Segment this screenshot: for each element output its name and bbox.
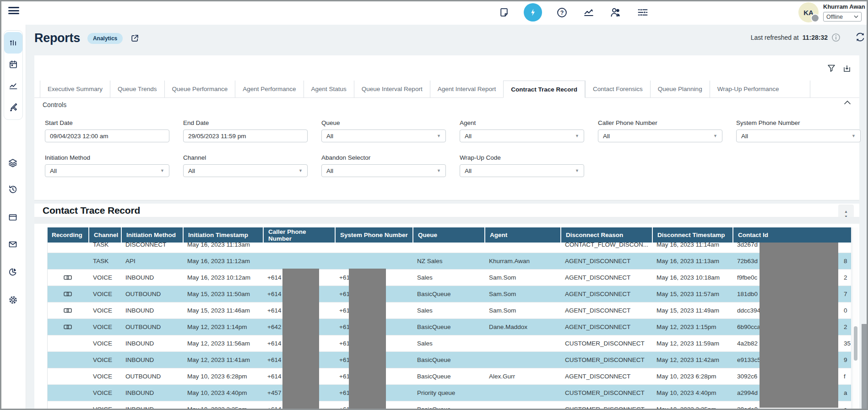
cell-channel: VOICE <box>88 286 121 302</box>
table-row[interactable]: TASKDISCONNECTMay 16, 2023 11:13amCONTAC… <box>47 243 852 253</box>
column-header-channel[interactable]: Channel <box>88 227 121 243</box>
pie-chart-icon <box>8 267 18 277</box>
download-icon[interactable] <box>843 65 851 73</box>
column-header-recording[interactable]: Recording <box>47 227 88 243</box>
tab-wrap-up-performance[interactable]: Wrap-Up Performance <box>710 81 787 97</box>
tab-queue-planning[interactable]: Queue Planning <box>650 81 710 97</box>
recording-icon[interactable] <box>64 291 72 297</box>
line-chart-icon <box>8 81 18 91</box>
sidebar-item-window[interactable] <box>4 207 22 227</box>
avatar[interactable]: KA <box>798 2 819 22</box>
cell-recording <box>47 335 88 351</box>
external-link-icon[interactable] <box>130 33 140 43</box>
sidebar-item-design[interactable] <box>4 97 22 118</box>
select-value: All <box>465 133 472 140</box>
cell-queue: Sales <box>412 270 484 286</box>
table-title: Contact Trace Record <box>43 205 140 216</box>
tab-contact-forensics[interactable]: Contact Forensics <box>585 81 650 97</box>
metrics-icon[interactable] <box>581 5 596 20</box>
initiation-method-select[interactable]: All▼ <box>45 164 169 177</box>
recording-icon[interactable] <box>64 308 72 313</box>
column-header-disconnect-timestamp[interactable]: Disconnect Timestamp <box>652 227 732 243</box>
info-icon[interactable] <box>831 33 841 42</box>
tab-agent-status[interactable]: Agent Status <box>304 81 354 97</box>
column-header-initiation-method[interactable]: Initiation Method <box>121 227 183 243</box>
table-row[interactable]: VOICEINBOUNDMay 16, 2023 10:12am+614+612… <box>47 270 852 286</box>
refresh-icon[interactable] <box>854 31 866 43</box>
table-row[interactable]: VOICEINBOUNDMay 10, 2023 4:40pm+457+612P… <box>47 385 852 401</box>
table-row[interactable]: TASKAPIMay 16, 2023 11:12amNZ SalesKhurr… <box>47 253 852 270</box>
table-scrollbar-thumb[interactable] <box>854 326 857 361</box>
channel-select[interactable]: All▼ <box>183 164 308 177</box>
contact-id-suffix: 2 <box>844 319 847 335</box>
page-scrollbar-thumb[interactable] <box>862 324 867 409</box>
cell-disconnect_reason: AGENT_DISCONNECT <box>560 286 652 302</box>
history-icon <box>8 184 18 194</box>
sidebar-item-line-chart[interactable] <box>4 75 22 97</box>
table-row[interactable]: VOICEOUTBOUNDMay 12, 2023 1:14pm+642+612… <box>47 319 852 335</box>
queue-select[interactable]: All▼ <box>321 129 446 142</box>
recording-icon[interactable] <box>64 275 72 281</box>
table-row[interactable]: VOICEINBOUNDMay 10, 2023 3:35pm+614+612B… <box>47 401 852 410</box>
field-label: System Phone Number <box>736 119 861 126</box>
cell-queue: BasicQueue <box>412 319 484 335</box>
table-row[interactable]: VOICEINBOUNDMay 12, 2023 11:56am+614+612… <box>47 335 852 352</box>
table-row[interactable]: VOICEOUTBOUNDMay 15, 2023 11:50am+614+61… <box>47 286 852 302</box>
cell-channel: VOICE <box>88 385 121 401</box>
tab-agent-interval-report[interactable]: Agent Interval Report <box>430 81 504 97</box>
sidebar-item-calendar[interactable] <box>4 54 22 75</box>
cell-disconnect_reason: AGENT_DISCONNECT <box>560 302 652 318</box>
help-icon[interactable]: ? <box>554 5 569 20</box>
sidebar-item-settings[interactable] <box>4 290 22 310</box>
column-header-caller-phone-number[interactable]: Caller Phone Number <box>263 227 335 243</box>
start-date-input[interactable] <box>45 129 169 142</box>
status-select[interactable]: Offline <box>823 12 862 22</box>
column-header-system-phone-number[interactable]: System Phone Number <box>335 227 412 243</box>
end-date-input[interactable] <box>183 129 308 142</box>
cell-disconnect_reason: CUSTOMER_DISCONNECT <box>560 335 652 351</box>
column-header-queue[interactable]: Queue <box>412 227 484 243</box>
tab-executive-summary[interactable]: Executive Summary <box>40 81 110 97</box>
sidebar-report-group <box>4 30 23 120</box>
tab-queue-performance[interactable]: Queue Performance <box>164 81 235 97</box>
abandon-selector-select[interactable]: All▼ <box>321 164 446 177</box>
wrap-up-code-select[interactable]: All▼ <box>460 164 584 177</box>
sidebar-item-mail[interactable] <box>4 234 22 254</box>
column-header-contact-id[interactable]: Contact Id <box>732 227 852 243</box>
sidebar-item-layers[interactable] <box>4 153 22 173</box>
caller-phone-number-select[interactable]: All▼ <box>598 129 722 142</box>
tab-queue-interval-report[interactable]: Queue Interval Report <box>354 81 430 97</box>
table-row[interactable]: VOICEINBOUNDMay 12, 2023 11:41am+614+612… <box>47 352 852 368</box>
table-row[interactable]: VOICEINBOUNDMay 15, 2023 11:46am+614+612… <box>47 302 852 319</box>
cell-agent: Sam.Som <box>484 286 560 302</box>
table-row[interactable]: VOICEOUTBOUNDMay 10, 2023 6:28pm+614+612… <box>47 368 852 385</box>
sliders-icon[interactable] <box>635 5 650 20</box>
users-icon[interactable] <box>608 5 623 20</box>
tab-queue-trends[interactable]: Queue Trends <box>110 81 164 97</box>
column-header-agent[interactable]: Agent <box>484 227 560 243</box>
notes-icon[interactable] <box>497 5 511 20</box>
hamburger-menu-icon[interactable] <box>8 7 19 15</box>
tab-agent-performance[interactable]: Agent Performance <box>235 81 303 97</box>
cell-initiation_method: OUTBOUND <box>121 319 183 335</box>
sidebar-item-bar-chart[interactable] <box>4 32 22 54</box>
collapse-controls-icon[interactable] <box>844 100 851 105</box>
cell-channel: VOICE <box>88 368 121 384</box>
agent-select[interactable]: All▼ <box>460 129 584 142</box>
sidebar-item-pie-chart[interactable] <box>4 262 22 282</box>
sidebar-item-history[interactable] <box>4 179 22 200</box>
filter-icon[interactable] <box>827 65 835 73</box>
filter-field: QueueAll▼ <box>321 119 446 142</box>
column-header-disconnect-reason[interactable]: Disconnect Reason <box>560 227 652 243</box>
filter-field: ChannelAll▼ <box>183 154 308 177</box>
cell-initiation_timestamp: May 16, 2023 11:13am <box>183 243 263 253</box>
recording-icon[interactable] <box>64 324 72 330</box>
cell-initiation_method: API <box>121 253 183 269</box>
design-icon <box>8 102 18 113</box>
table-scrollbar[interactable] <box>852 227 858 410</box>
system-phone-number-select[interactable]: All▼ <box>736 129 861 142</box>
page-title: Reports <box>34 31 80 45</box>
tab-contract-trace-record[interactable]: Contract Trace Record <box>503 81 585 98</box>
quick-actions-icon[interactable] <box>524 3 542 22</box>
column-header-initiation-timestamp[interactable]: Initiation Timestamp <box>183 227 263 243</box>
